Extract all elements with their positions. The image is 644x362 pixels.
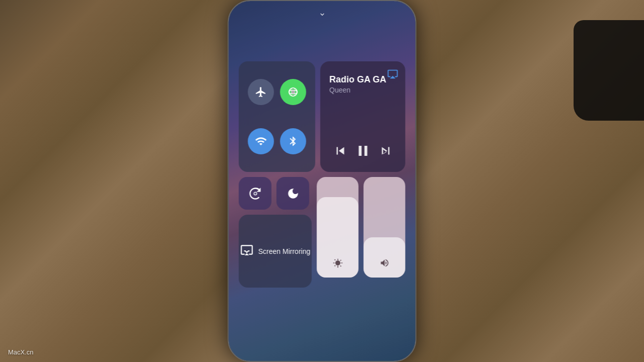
watermark: MacX.cn [8, 348, 34, 356]
top-row: Radio GA GA Queen [239, 61, 406, 172]
music-controls [330, 142, 396, 163]
volume-icon [379, 258, 389, 270]
cellular-button[interactable] [280, 79, 306, 105]
music-title: Radio GA GA [330, 74, 396, 85]
wifi-button[interactable] [248, 128, 274, 154]
volume-slider[interactable] [364, 177, 406, 278]
phone-screen: ⌄ [229, 1, 416, 361]
volume-fill [364, 237, 406, 278]
utility-row [239, 177, 312, 210]
pull-down-indicator: ⌄ [314, 8, 330, 14]
brightness-slider[interactable] [317, 177, 359, 278]
brightness-icon [333, 258, 343, 270]
bluetooth-button[interactable] [280, 128, 306, 154]
music-panel: Radio GA GA Queen [320, 61, 406, 172]
phone-frame: ⌄ [228, 0, 417, 362]
airplane-mode-button[interactable] [248, 79, 274, 105]
next-button[interactable] [378, 143, 393, 162]
connectivity-panel [239, 61, 315, 172]
middle-bottom-area: Screen Mirroring [239, 177, 406, 288]
music-artist: Queen [330, 86, 396, 94]
left-column: Screen Mirroring [239, 177, 312, 288]
control-center: Radio GA GA Queen [239, 61, 406, 288]
airplay-icon[interactable] [387, 68, 398, 82]
screen-mirroring-button[interactable]: Screen Mirroring [239, 215, 312, 288]
rotation-lock-button[interactable] [239, 177, 272, 210]
prev-button[interactable] [333, 143, 348, 162]
dark-object [574, 20, 644, 121]
pause-button[interactable] [354, 142, 371, 163]
do-not-disturb-button[interactable] [277, 177, 309, 210]
screen-mirroring-label: Screen Mirroring [258, 247, 310, 255]
screen-mirror-icon [240, 243, 253, 259]
sliders-container [317, 177, 406, 288]
